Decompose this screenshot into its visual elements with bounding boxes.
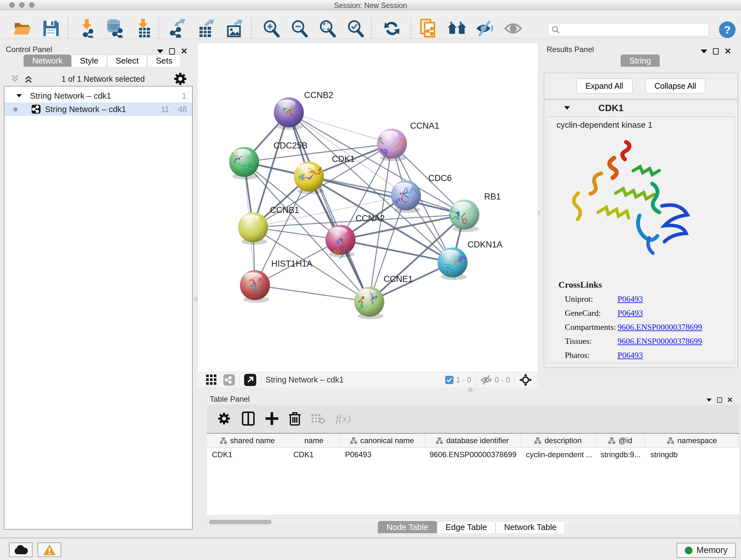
- zoom-in-button[interactable]: [261, 18, 282, 39]
- tab-sets[interactable]: Sets: [147, 55, 181, 67]
- float-panel-icon[interactable]: [157, 50, 163, 53]
- tab-network[interactable]: Network: [23, 55, 71, 67]
- crosslink-link[interactable]: 9606.ENSP00000378699: [617, 336, 702, 346]
- tab-select[interactable]: Select: [107, 55, 147, 67]
- open-session-button[interactable]: [12, 18, 33, 39]
- add-column-icon[interactable]: [266, 412, 278, 425]
- expand-all-icon[interactable]: [23, 75, 33, 83]
- eye-button[interactable]: [502, 18, 524, 39]
- column-header-name[interactable]: name: [288, 434, 340, 447]
- import-network-database-button[interactable]: [105, 18, 125, 39]
- tab-network-table[interactable]: Network Table: [495, 521, 565, 533]
- node-table: shared namenamecanonical namedatabase id…: [207, 433, 739, 515]
- close-panel-icon[interactable]: ✕: [724, 46, 731, 56]
- column-header-shared-name[interactable]: shared name: [207, 434, 288, 447]
- cloud-status-button[interactable]: [9, 543, 32, 557]
- network-row[interactable]: String Network – cdk1 11 48: [4, 103, 192, 116]
- delete-table-icon[interactable]: [312, 413, 325, 424]
- network-collection-row[interactable]: String Network – cdk1 1: [4, 89, 192, 103]
- column-header-@id[interactable]: @id: [596, 434, 645, 447]
- network-view-toolbar: String Network – cdk1 1 - 0 0 - 0: [198, 372, 538, 387]
- cell-namespace[interactable]: stringdb: [645, 448, 739, 462]
- birds-eye-view-icon[interactable]: [519, 374, 532, 386]
- function-builder-icon[interactable]: f(x): [336, 413, 351, 425]
- node-label-CCNE1: CCNE1: [384, 274, 413, 284]
- cell-description[interactable]: cyclin-dependent ...: [521, 448, 596, 462]
- warnings-button[interactable]: [38, 543, 61, 557]
- zoom-out-button[interactable]: [289, 18, 310, 39]
- tab-style[interactable]: Style: [71, 55, 107, 67]
- network-options-gear-icon[interactable]: [173, 71, 188, 86]
- restore-panel-icon[interactable]: [713, 48, 719, 55]
- tab-edge-table[interactable]: Edge Table: [437, 521, 495, 533]
- crosslink-link[interactable]: 9606.ENSP00000378699: [617, 322, 702, 332]
- network-edge-CCNB2-CCNA1[interactable]: [289, 112, 392, 144]
- protein-card-header[interactable]: CDK1: [544, 100, 738, 116]
- cell-name[interactable]: CDK1: [288, 448, 340, 462]
- restore-panel-icon[interactable]: [169, 48, 175, 55]
- network-node-CDKN1A[interactable]: CDKN1A: [437, 240, 502, 280]
- float-panel-icon[interactable]: [706, 398, 712, 401]
- hide-structure-images-button[interactable]: [474, 18, 495, 39]
- network-edge-CCNA2-CDKN1A[interactable]: [340, 240, 453, 262]
- protein-expander-icon[interactable]: [564, 106, 570, 110]
- scrollbar-thumb[interactable]: [209, 520, 272, 524]
- network-view-mode-icon[interactable]: [223, 374, 235, 386]
- zoom-fit-button[interactable]: [317, 18, 338, 39]
- crosslink-link[interactable]: P06493: [617, 294, 643, 304]
- tab-node-table[interactable]: Node Table: [378, 521, 437, 533]
- cell-@id[interactable]: stringdb:9...: [596, 448, 645, 462]
- refresh-layout-button[interactable]: [381, 18, 402, 39]
- crosslink-label: Tissues:: [565, 336, 617, 346]
- save-session-button[interactable]: [41, 18, 62, 39]
- network-node-HIST1H1A[interactable]: HIST1H1A: [240, 259, 313, 303]
- memory-button[interactable]: Memory: [677, 543, 736, 558]
- import-table-file-button[interactable]: [133, 18, 154, 39]
- expand-all-button[interactable]: Expand All: [576, 78, 632, 94]
- column-header-database-identifier[interactable]: database identifier: [424, 434, 521, 447]
- export-image-button[interactable]: [225, 18, 246, 39]
- cell-canonical-name[interactable]: P06493: [340, 448, 424, 462]
- cell-database-identifier[interactable]: 9606.ENSP00000378699: [424, 448, 521, 462]
- crosslink-link[interactable]: P06493: [617, 308, 643, 318]
- crosslink-link[interactable]: P06493: [617, 351, 643, 360]
- hidden-eye-slash-icon[interactable]: [481, 375, 492, 385]
- clone-network-button[interactable]: [418, 18, 439, 39]
- bottom-splitter-handle[interactable]: [468, 388, 473, 392]
- column-header-canonical-name[interactable]: canonical name: [340, 434, 424, 447]
- import-network-file-button[interactable]: [76, 18, 97, 39]
- column-header-namespace[interactable]: namespace: [645, 434, 739, 447]
- zoom-selected-button[interactable]: [345, 18, 366, 39]
- cell-shared-name[interactable]: CDK1: [207, 448, 288, 462]
- help-button[interactable]: ?: [719, 21, 736, 38]
- table-header-row: shared namenamecanonical namedatabase id…: [207, 434, 739, 448]
- export-network-button[interactable]: [167, 18, 189, 39]
- table-row[interactable]: CDK1CDK1P064939606.ENSP00000378699cyclin…: [207, 448, 739, 462]
- restore-panel-icon[interactable]: [717, 397, 722, 403]
- delete-column-trash-icon[interactable]: [289, 412, 300, 426]
- network-node-CCNE1[interactable]: CCNE1: [354, 274, 413, 319]
- export-table-button[interactable]: [196, 18, 217, 39]
- network-edge-HIST1H1A-CCNE1[interactable]: [255, 285, 369, 302]
- collection-expander-icon[interactable]: [17, 94, 22, 98]
- detach-view-icon[interactable]: [244, 374, 256, 386]
- close-panel-icon[interactable]: ✕: [727, 396, 733, 404]
- network-node-RB1[interactable]: RB1: [449, 192, 501, 232]
- crosslink-row: GeneCard:P06493: [565, 308, 735, 318]
- collapse-all-icon[interactable]: [10, 75, 20, 83]
- network-canvas[interactable]: CCNB2CCNA1CDC25BCDK1CDC6RB1CCNB1CCNA2CDK…: [198, 43, 538, 372]
- float-panel-icon[interactable]: [701, 50, 707, 53]
- close-panel-icon[interactable]: ✕: [181, 46, 188, 56]
- view-toolbar-separator: [239, 374, 240, 386]
- table-options-gear-icon[interactable]: [217, 412, 231, 426]
- column-header-description[interactable]: description: [521, 434, 596, 447]
- network-grid-view-icon[interactable]: [206, 374, 217, 385]
- show-columns-icon[interactable]: [242, 412, 255, 426]
- network-node-CCNA1[interactable]: CCNA1: [377, 121, 440, 161]
- string-home-button[interactable]: [447, 18, 468, 39]
- network-node-CCNB2[interactable]: CCNB2: [274, 90, 333, 130]
- selected-checkbox-icon[interactable]: [445, 376, 454, 384]
- collapse-all-button[interactable]: Collapse All: [645, 78, 705, 94]
- tab-string[interactable]: String: [621, 55, 660, 67]
- search-input[interactable]: [560, 25, 705, 34]
